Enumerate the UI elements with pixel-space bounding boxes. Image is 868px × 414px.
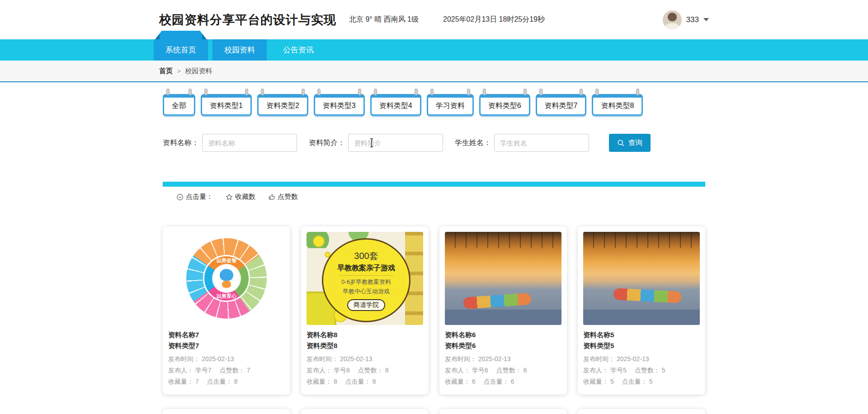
filter-tag-row: 全部 资料类型1 资料类型2 资料类型3 资料类型4 学习资料 资料类型6 资料…: [163, 94, 705, 116]
material-card[interactable]: 以美促智 以美育心 资料名称7 资料类型7 发布时间：2025-02-13 发布…: [163, 226, 290, 395]
poster-badge: 商道学院: [347, 299, 385, 311]
student-name-input[interactable]: [494, 134, 589, 152]
wheel-graphic: 以美促智 以美育心: [186, 238, 267, 319]
breadcrumb-home-link[interactable]: 首页: [159, 67, 173, 75]
card-image-classroom: [583, 232, 700, 325]
filter-all-button[interactable]: 全部: [163, 94, 195, 116]
student-name-label: 学生姓名：: [455, 138, 491, 148]
card-meta: 发布时间：2025-02-13 发布人：学号5点赞数：5 收藏量：5点击量：5: [583, 353, 700, 387]
card-image-poster: 300套 早教教案亲子游戏 0-6岁早教教案资料 早教中心互动游戏 商道学院: [307, 232, 423, 325]
weather-info: 北京 9° 晴 西南风 1级: [349, 15, 419, 24]
filter-type7-button[interactable]: 资料类型7: [536, 94, 587, 116]
filter-type4-button[interactable]: 资料类型4: [370, 94, 421, 116]
wheel-bottom-label: 以美育心: [186, 293, 267, 300]
top-header: 校园资料分享平台的设计与实现 北京 9° 晴 西南风 1级 2025年02月13…: [0, 0, 868, 39]
username-label: 333: [686, 15, 699, 24]
card-meta: 发布时间：2025-02-13 发布人：学号8点赞数：8 收藏量：8点击量：8: [307, 353, 423, 387]
card-name: 资料名称5: [583, 329, 700, 340]
material-card[interactable]: 资料名称5 资料类型5 发布时间：2025-02-13 发布人：学号5点赞数：5…: [578, 226, 705, 395]
material-card[interactable]: [301, 409, 429, 414]
wheel-top-label: 以美促智: [186, 257, 267, 264]
sort-bar: 点击量： 收藏数 点赞数: [163, 187, 705, 207]
section-divider-bar: [163, 182, 705, 187]
card-type: 资料类型5: [583, 340, 700, 351]
card-meta: 发布时间：2025-02-13 发布人：学号7点赞数：7 收藏量：7点击量：8: [168, 353, 285, 387]
card-grid-row2: 八天拼节 八天拼节: [163, 409, 705, 414]
card-type: 资料类型7: [168, 340, 285, 351]
card-type: 资料类型6: [445, 340, 561, 351]
filter-type8-button[interactable]: 资料类型8: [592, 94, 643, 116]
star-icon: [226, 193, 233, 201]
search-icon: [617, 139, 625, 147]
material-card[interactable]: 资料名称6 资料类型6 发布时间：2025-02-13 发布人：学号6点赞数：6…: [439, 226, 567, 395]
breadcrumb-current: 校园资料: [185, 67, 212, 75]
sort-by-likes[interactable]: 点赞数: [268, 193, 298, 201]
card-name: 资料名称6: [445, 329, 561, 340]
card-image-wheel: 以美促智 以美育心: [168, 232, 285, 325]
sort-favorites-label: 收藏数: [235, 193, 255, 201]
nav-tab-home[interactable]: 系统首页: [154, 39, 208, 61]
nav-tab-materials[interactable]: 校园资料: [212, 39, 267, 61]
filter-type6-button[interactable]: 资料类型6: [479, 94, 530, 116]
material-intro-label: 资料简介：: [309, 138, 345, 148]
sort-by-clicks[interactable]: 点击量：: [176, 193, 213, 201]
card-grid-row1: 以美促智 以美育心 资料名称7 资料类型7 发布时间：2025-02-13 发布…: [163, 226, 705, 395]
card-meta: 发布时间：2025-02-13 发布人：学号6点赞数：6 收藏量：6点击量：6: [445, 353, 561, 387]
datetime-clock: 2025年02月13日 18时25分19秒: [443, 15, 545, 24]
material-card[interactable]: 八天拼节: [439, 409, 567, 414]
user-menu[interactable]: 333: [663, 10, 709, 29]
user-avatar[interactable]: [663, 10, 682, 29]
query-button-label: 查询: [628, 138, 643, 148]
material-card[interactable]: 300套 早教教案亲子游戏 0-6岁早教教案资料 早教中心互动游戏 商道学院 资…: [301, 226, 429, 395]
breadcrumb-separator: >: [177, 68, 181, 75]
filter-type2-button[interactable]: 资料类型2: [257, 94, 308, 116]
clicks-circle-icon: [176, 193, 184, 201]
sort-clicks-label: 点击量：: [186, 193, 213, 201]
poster-circle: 300套 早教教案亲子游戏 0-6岁早教教案资料 早教中心互动游戏 商道学院: [322, 238, 410, 322]
nav-tab-news[interactable]: 公告资讯: [271, 39, 326, 61]
chevron-down-icon: [703, 18, 709, 21]
query-button[interactable]: 查询: [609, 134, 651, 152]
card-image-classroom: [445, 232, 561, 325]
site-title: 校园资料分享平台的设计与实现: [159, 12, 336, 28]
filter-type3-button[interactable]: 资料类型3: [314, 94, 365, 116]
thumbs-up-icon: [268, 193, 275, 201]
sort-likes-label: 点赞数: [278, 193, 298, 201]
search-form: 资料名称： 资料简介： 学生姓名： 查询: [163, 134, 705, 152]
breadcrumb-band: 首页 > 校园资料: [0, 61, 868, 82]
material-name-input[interactable]: [202, 134, 297, 152]
card-name: 资料名称8: [307, 329, 423, 340]
card-name: 资料名称7: [168, 329, 285, 340]
filter-type1-button[interactable]: 资料类型1: [201, 94, 252, 116]
sort-by-favorites[interactable]: 收藏数: [226, 193, 255, 201]
card-type: 资料类型8: [307, 340, 423, 351]
main-nav: 系统首页 校园资料 公告资讯: [0, 39, 868, 61]
material-card[interactable]: [578, 409, 705, 414]
material-card[interactable]: 八天拼节: [163, 409, 290, 414]
breadcrumb: 首页 > 校园资料: [159, 61, 709, 81]
material-name-label: 资料名称：: [163, 138, 199, 148]
filter-type5-button[interactable]: 学习资料: [427, 94, 474, 116]
material-intro-input[interactable]: [348, 134, 443, 152]
mascot-icon: [218, 269, 235, 288]
